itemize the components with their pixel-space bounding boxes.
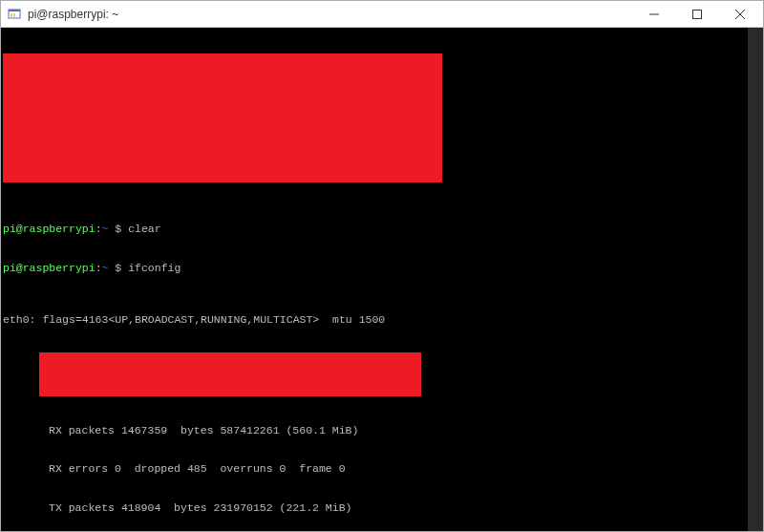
- prompt-line: pi@raspberrypi:~ $ ifconfig: [1, 262, 763, 275]
- redacted-block: [3, 53, 442, 182]
- output-line: RX packets 1467359 bytes 587412261 (560.…: [1, 424, 763, 437]
- maximize-button[interactable]: [675, 1, 718, 27]
- scrollbar[interactable]: [748, 28, 763, 531]
- app-icon: [7, 7, 22, 22]
- svg-rect-5: [692, 10, 701, 18]
- window-title: pi@raspberrypi: ~: [28, 8, 632, 21]
- prompt-line: pi@raspberrypi:~ $ clear: [1, 223, 763, 236]
- putty-window: pi@raspberrypi: ~ pi@raspberrypi:~ $ cle…: [0, 0, 764, 532]
- svg-rect-3: [13, 13, 15, 17]
- titlebar[interactable]: pi@raspberrypi: ~: [1, 1, 763, 28]
- minimize-button[interactable]: [632, 1, 675, 27]
- svg-rect-1: [9, 10, 20, 11]
- output-line: TX packets 418904 bytes 231970152 (221.2…: [1, 501, 763, 515]
- redacted-block: [39, 352, 421, 396]
- prompt-user: pi@raspberrypi: [3, 262, 96, 274]
- ifconfig-eth0-header: eth0: flags=4163<UP,BROADCAST,RUNNING,MU…: [1, 313, 763, 327]
- prompt-user: pi@raspberrypi: [3, 223, 96, 235]
- close-button[interactable]: [718, 1, 761, 27]
- prompt-path: ~: [102, 262, 109, 274]
- command-text: ifconfig: [128, 262, 180, 274]
- terminal-viewport[interactable]: pi@raspberrypi:~ $ clear pi@raspberrypi:…: [1, 28, 763, 531]
- output-line: RX errors 0 dropped 485 overruns 0 frame…: [1, 462, 763, 476]
- svg-rect-2: [11, 13, 12, 17]
- prompt-path: ~: [102, 223, 109, 235]
- command-text: clear: [128, 223, 161, 235]
- window-controls: [632, 1, 761, 27]
